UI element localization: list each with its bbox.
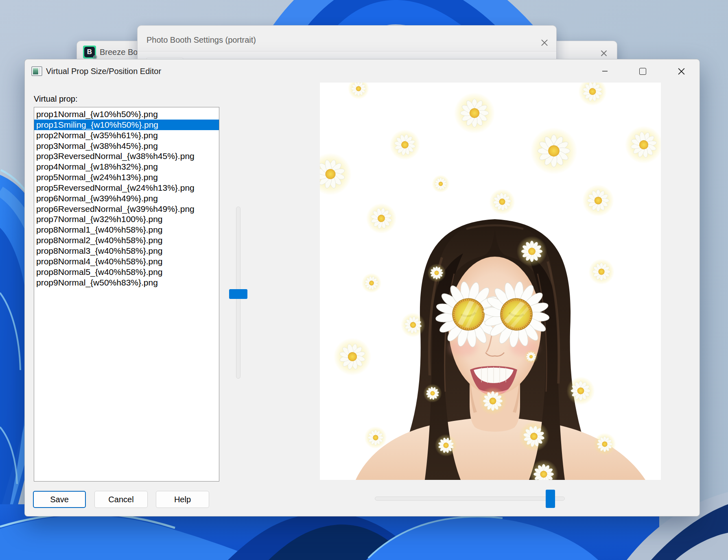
horizontal-position-slider-track[interactable] [375,497,565,501]
dialog-title: Virtual Prop Size/Position Editor [46,59,161,83]
list-item[interactable]: prop5ReversedNormal_{w24%h13%}.png [34,183,219,193]
preview-panel[interactable] [320,83,661,480]
list-item[interactable]: prop6Normal_{w39%h49%}.png [34,193,219,204]
close-icon[interactable] [537,35,552,50]
list-item[interactable]: prop1Normal_{w10%h50%}.png [34,109,219,120]
picture-icon [33,68,38,74]
list-item[interactable]: prop8Normal1_{w40%h58%}.png [34,224,219,235]
maximize-icon [639,68,646,75]
list-item[interactable]: prop8Normal3_{w40%h58%}.png [34,246,219,256]
help-button[interactable]: Help [156,491,209,508]
list-item[interactable]: prop5Normal_{w24%h13%}.png [34,172,219,183]
minimize-button[interactable] [596,62,614,80]
breeze-window-title: Breeze Bo [100,48,137,57]
virtual-prop-label: Virtual prop: [34,94,77,104]
list-item[interactable]: prop8Normal2_{w40%h58%}.png [34,235,219,246]
preview-image[interactable] [320,83,661,480]
save-button[interactable]: Save [33,491,86,508]
close-icon [678,68,685,75]
vertical-size-slider-thumb[interactable] [229,289,247,299]
virtual-prop-editor-dialog: Virtual Prop Size/Position Editor Virtua… [24,59,700,516]
list-item[interactable]: prop8Normal4_{w40%h58%}.png [34,256,219,267]
list-item[interactable]: prop8Normal5_{w40%h58%}.png [34,267,219,277]
virtual-prop-listbox[interactable]: prop1Normal_{w10%h50%}.png prop1Smiling_… [34,107,219,482]
picture-icon-strip [39,68,41,74]
desktop: B ⚙ Breeze Bo Photo Booth Settings (port… [0,0,728,560]
list-item[interactable]: prop3Normal_{w38%h45%}.png [34,141,219,151]
list-item[interactable]: prop4Normal_{w18%h32%}.png [34,161,219,172]
close-button[interactable] [672,62,690,80]
horizontal-position-slider-thumb[interactable] [546,490,555,508]
list-item-selected[interactable]: prop1Smiling_{w10%h50%}.png [34,120,219,130]
dialog-titlebar[interactable]: Virtual Prop Size/Position Editor [25,59,700,83]
close-icon[interactable] [597,46,611,61]
list-item[interactable]: prop6ReversedNormal_{w39%h49%}.png [34,204,219,214]
app-icon [31,66,42,76]
list-item[interactable]: prop9Normal_{w50%h83%}.png [34,277,219,288]
list-item[interactable]: prop3ReversedNormal_{w38%h45%}.png [34,151,219,161]
breeze-app-icon: B ⚙ [83,46,96,59]
minimize-icon [602,71,608,72]
cancel-button[interactable]: Cancel [94,491,148,508]
maximize-button[interactable] [634,62,651,80]
list-item[interactable]: prop2Normal_{w35%h61%}.png [34,130,219,141]
list-item[interactable]: prop7Normal_{w32%h100%}.png [34,214,219,224]
photo-booth-window-title: Photo Booth Settings (portrait) [146,35,256,45]
